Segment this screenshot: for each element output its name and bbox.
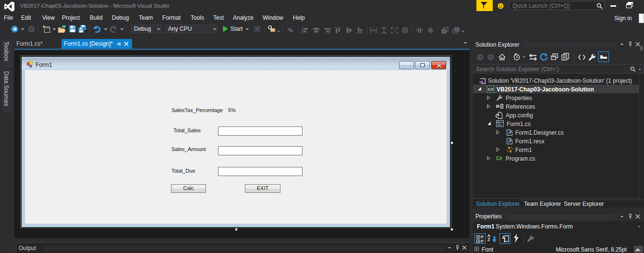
svg-text:C#: C# [488,87,494,92]
svg-text:C#: C# [496,156,502,161]
